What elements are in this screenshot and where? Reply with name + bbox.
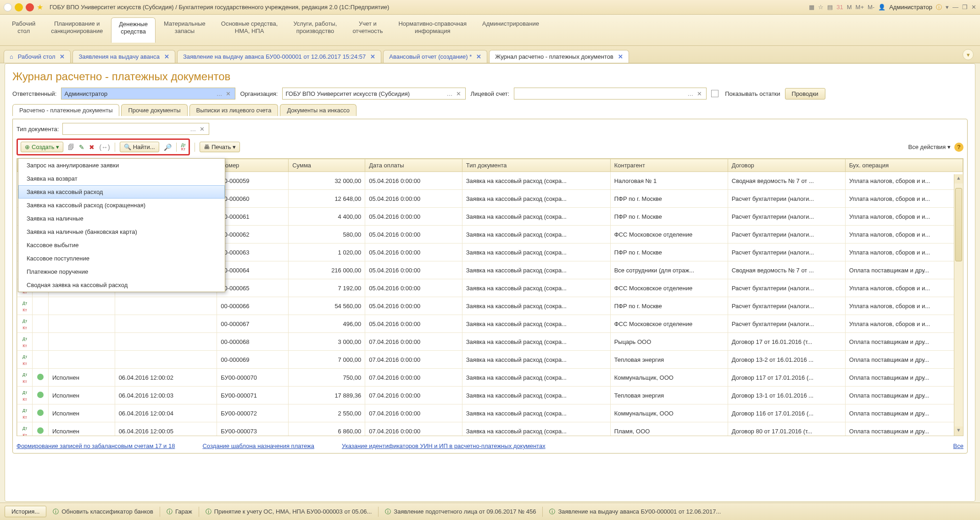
column-header[interactable]: Договор <box>728 159 845 172</box>
favorite-icon[interactable]: ★ <box>37 3 43 11</box>
column-header[interactable]: Дата оплаты <box>365 159 462 172</box>
column-header[interactable]: Тип документа <box>462 159 610 172</box>
close-tab-icon[interactable]: ✕ <box>60 53 65 60</box>
status-bar-item[interactable]: ⓘОбновить классификатор банков <box>53 508 153 516</box>
find-button[interactable]: 🔍 Найти... <box>120 142 159 152</box>
win-maximize-icon[interactable]: ❐ <box>962 4 968 11</box>
table-row[interactable]: ДтКт00-0000697 000,0007.04.2016 0:00:00З… <box>17 351 963 369</box>
link-all[interactable]: Все <box>953 443 963 449</box>
vertical-scrollbar[interactable]: ▴ ▾ <box>954 174 963 436</box>
m-minus-btn[interactable]: М- <box>868 4 874 11</box>
win-minimize-icon[interactable]: — <box>952 4 958 11</box>
window-close-icon[interactable] <box>26 3 34 11</box>
table-row[interactable]: ДтКтИсполнен06.04.2016 12:00:02БУ00-0000… <box>17 369 963 387</box>
table-row[interactable]: ДтКт00-00006654 560,0005.04.2016 0:00:00… <box>17 297 963 315</box>
link-template[interactable]: Создание шаблона назначения платежа <box>202 443 314 449</box>
table-row[interactable]: ДтКтИсполнен06.04.2016 12:00:03БУ00-0000… <box>17 387 963 404</box>
copy-icon[interactable]: 🗐 <box>68 144 74 151</box>
document-tab[interactable]: Журнал расчетно - платежных документов✕ <box>489 50 629 63</box>
dropdown-item[interactable]: Кассовое поступление <box>18 252 225 265</box>
main-menu-item[interactable]: Администрирование <box>475 17 546 43</box>
edit-icon[interactable]: ✎ <box>79 144 84 151</box>
sub-tab[interactable]: Документы на инкассо <box>280 104 356 116</box>
column-header[interactable]: Номер <box>217 159 289 172</box>
close-tab-icon[interactable]: ✕ <box>164 53 169 60</box>
status-bar-item[interactable]: ⓘЗаявление на выдачу аванса БУ00-000001 … <box>549 508 721 516</box>
all-actions-button[interactable]: Все действия ▾ <box>908 144 951 150</box>
column-header[interactable]: Контрагент <box>610 159 728 172</box>
m-plus-btn[interactable]: М+ <box>856 4 864 11</box>
win-close-icon[interactable]: ✕ <box>971 4 976 11</box>
scroll-up-icon[interactable]: ▴ <box>954 174 963 183</box>
dropdown-item[interactable]: Заявка на возврат <box>18 172 225 185</box>
window-menu-icon[interactable] <box>4 3 12 11</box>
toolbar-icon-1[interactable]: ▦ <box>809 4 814 11</box>
close-tab-icon[interactable]: ✕ <box>476 53 481 60</box>
column-header[interactable]: Бух. операция <box>845 159 963 172</box>
m-btn[interactable]: М <box>847 4 852 11</box>
history-button[interactable]: История... <box>5 506 46 517</box>
table-row[interactable]: ДтКт00-000067496,0005.04.2016 0:00:00Зая… <box>17 315 963 333</box>
close-tab-icon[interactable]: ✕ <box>618 53 623 60</box>
column-header[interactable]: Сумма <box>289 159 365 172</box>
dropdown-item[interactable]: Кассовое выбытие <box>18 238 225 252</box>
table-row[interactable]: ДтКтИсполнен06.04.2016 12:00:05БУ00-0000… <box>17 422 963 437</box>
scroll-down-icon[interactable]: ▾ <box>954 426 963 436</box>
show-balances-checkbox[interactable] <box>711 90 718 97</box>
create-button[interactable]: ⊕ Создать ▾ <box>21 142 63 152</box>
dropdown-item[interactable]: Сводная заявка на кассовый расход <box>18 278 225 292</box>
dropdown-item[interactable]: Платежное поручение <box>18 265 225 278</box>
info-icon[interactable]: ⓘ <box>936 3 942 11</box>
link-uin[interactable]: Указание идентификаторов УИН и ИП в расч… <box>342 443 546 449</box>
account-input[interactable]: …✕ <box>514 88 707 100</box>
dropdown-icon[interactable]: ▾ <box>946 4 949 11</box>
main-menu-item[interactable]: Материальныезапасы <box>156 17 213 43</box>
postings-button[interactable]: Проводки <box>785 88 825 100</box>
scroll-thumb[interactable] <box>955 188 962 261</box>
link-offbalance[interactable]: Формирование записей по забалансовым сче… <box>17 443 175 449</box>
table-row[interactable]: ДтКтИсполнен06.04.2016 12:00:04БУ00-0000… <box>17 404 963 422</box>
delete-icon[interactable]: ✖ <box>89 144 95 151</box>
sub-tab[interactable]: Прочие документы <box>121 104 187 116</box>
tabs-dropdown-icon[interactable]: ▾ <box>963 49 974 60</box>
close-tab-icon[interactable]: ✕ <box>370 53 375 60</box>
clear-icon[interactable]: ✕ <box>455 90 462 97</box>
table-row[interactable]: ДтКт00-0000683 000,0007.04.2016 0:00:00З… <box>17 333 963 351</box>
dropdown-item[interactable]: Заявка на кассовый расход <box>18 185 225 199</box>
main-menu-item[interactable]: Рабочийстол <box>5 17 43 43</box>
responsible-input[interactable]: Администратор …✕ <box>61 88 235 100</box>
select-icon[interactable]: … <box>189 126 197 133</box>
status-bar-item[interactable]: ⓘГараж <box>167 508 192 516</box>
document-tab[interactable]: Заявление на выдачу аванса БУ00-000001 о… <box>177 50 381 63</box>
main-menu-item[interactable]: Нормативно-справочнаяинформация <box>391 17 474 43</box>
dropdown-item[interactable]: Заявка на наличные (банковская карта) <box>18 225 225 238</box>
toolbar-icon-3[interactable]: ▤ <box>827 4 833 11</box>
refresh-icon[interactable]: (↔) <box>99 144 110 151</box>
dk-icon[interactable]: ДтКт <box>181 143 186 151</box>
clear-search-icon[interactable]: 🔎 <box>164 144 172 151</box>
document-tab[interactable]: Авансовый отчет (создание) *✕ <box>383 50 487 63</box>
window-minimize-icon[interactable] <box>15 3 23 11</box>
select-icon[interactable]: … <box>686 90 695 97</box>
user-name[interactable]: Администратор <box>889 4 932 11</box>
print-button[interactable]: 🖶 Печать ▾ <box>200 142 240 152</box>
clear-icon[interactable]: ✕ <box>198 126 206 133</box>
calendar-icon[interactable]: 31 <box>836 4 843 11</box>
status-bar-item[interactable]: ⓘПринятие к учету ОС, НМА, НПА БУ00-0000… <box>206 508 372 516</box>
dropdown-item[interactable]: Заявка на кассовый расход (сокращенная) <box>18 199 225 212</box>
dropdown-item[interactable]: Запрос на аннулирование заявки <box>18 159 225 172</box>
select-icon[interactable]: … <box>445 90 454 97</box>
doc-type-input[interactable]: …✕ <box>62 123 209 135</box>
clear-icon[interactable]: ✕ <box>224 90 232 97</box>
help-icon[interactable]: ? <box>954 143 963 152</box>
document-tab[interactable]: ⌂ Рабочий стол✕ <box>4 50 71 63</box>
toolbar-icon-2[interactable]: ☆ <box>818 4 824 11</box>
org-input[interactable]: ГОБУ ВПО Университет искусств (Субсидия)… <box>282 88 466 100</box>
clear-icon[interactable]: ✕ <box>696 90 703 97</box>
main-menu-item[interactable]: Денежныесредства <box>111 17 156 43</box>
main-menu-item[interactable]: Учет иотчетность <box>345 17 390 43</box>
document-tab[interactable]: Заявления на выдачу аванса✕ <box>72 50 175 63</box>
main-menu-item[interactable]: Основные средства,НМА, НПА <box>214 17 285 43</box>
sub-tab[interactable]: Выписки из лицевого счета <box>189 104 278 116</box>
main-menu-item[interactable]: Планирование исанкционирование <box>44 17 110 43</box>
